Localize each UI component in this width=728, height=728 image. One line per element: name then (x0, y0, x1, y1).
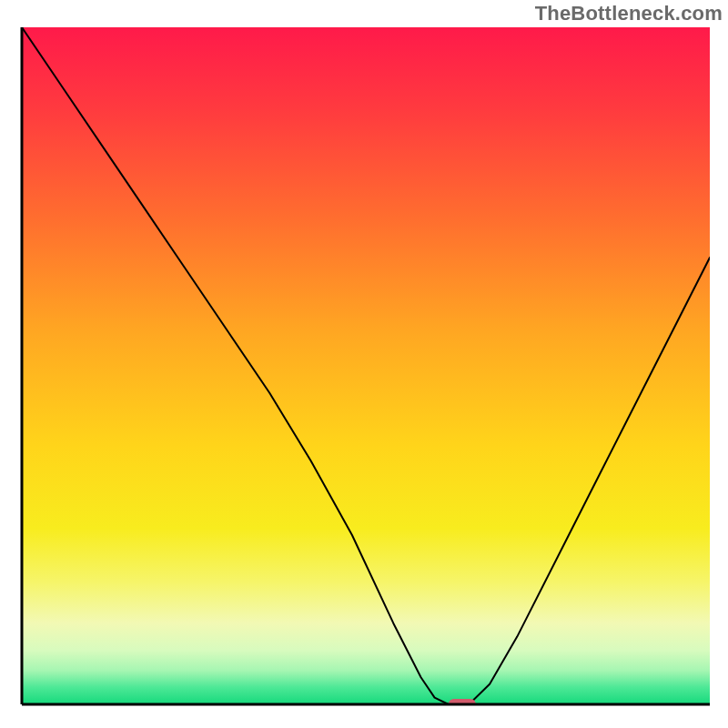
gradient-background (22, 27, 710, 704)
chart-container: TheBottleneck.com (0, 0, 728, 728)
watermark-label: TheBottleneck.com (535, 2, 723, 25)
bottleneck-chart (0, 0, 728, 728)
